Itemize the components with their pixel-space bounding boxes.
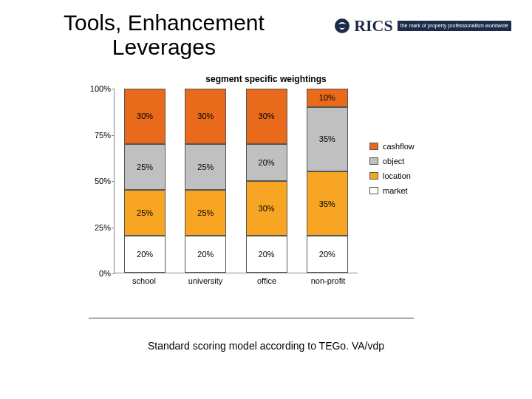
- logo-text: RICS: [333, 16, 393, 35]
- svg-point-0: [335, 18, 349, 33]
- swatch-object: [369, 157, 378, 165]
- bar-school: 30% 25% 25% 20%: [124, 89, 166, 273]
- logo-tagline: the mark of property professionalism wor…: [398, 21, 511, 31]
- legend-label: market: [383, 186, 408, 195]
- y-tick-100: 100%: [77, 84, 111, 93]
- swatch-cashflow: [369, 143, 378, 150]
- chart-body: 100% 75% 50% 25% 0% 30% 25% 25% 20% 30% …: [74, 89, 458, 296]
- seg-location: 25%: [124, 190, 166, 236]
- divider: [89, 318, 414, 318]
- seg-cashflow: 30%: [124, 89, 166, 144]
- caption: Standard scoring model according to TEGo…: [0, 340, 532, 352]
- y-tick-25: 25%: [77, 223, 111, 232]
- seg-location: 35%: [307, 171, 348, 236]
- bar-nonprofit: 10% 35% 35% 20%: [307, 89, 348, 273]
- seg-object: 25%: [185, 144, 226, 190]
- swatch-location: [369, 172, 378, 180]
- lion-icon: [333, 17, 351, 35]
- seg-location: 30%: [246, 181, 287, 236]
- seg-market: 20%: [185, 236, 226, 273]
- slide-title-line1: Tools, Enhancement: [64, 10, 265, 35]
- bars-container: 30% 25% 25% 20% 30% 25% 25% 20% 30% 20% …: [115, 89, 358, 273]
- legend-market: market: [369, 186, 415, 195]
- legend-cashflow: cashflow: [369, 142, 415, 151]
- rics-logo: RICS the mark of property professionalis…: [333, 16, 511, 35]
- plot-area: 30% 25% 25% 20% 30% 25% 25% 20% 30% 20% …: [114, 89, 358, 273]
- seg-object: 35%: [307, 107, 348, 171]
- x-label-office: office: [241, 276, 293, 285]
- legend-label: object: [383, 157, 404, 166]
- slide-title-line2: Leverages: [112, 35, 216, 59]
- seg-object: 25%: [124, 144, 166, 190]
- legend-label: cashflow: [383, 142, 415, 151]
- chart: segment specific weightings 100% 75% 50%…: [74, 74, 458, 318]
- legend-label: location: [383, 171, 411, 180]
- bar-office: 30% 20% 30% 20%: [246, 89, 287, 273]
- x-label-nonprofit: non-profit: [302, 276, 354, 285]
- seg-market: 20%: [246, 236, 287, 273]
- y-tick-50: 50%: [77, 177, 111, 185]
- seg-cashflow: 30%: [246, 89, 287, 144]
- legend-object: object: [369, 157, 415, 166]
- legend-location: location: [369, 171, 415, 180]
- seg-object: 20%: [246, 144, 287, 181]
- seg-cashflow: 10%: [307, 89, 348, 107]
- tick-mark: [112, 273, 115, 274]
- seg-location: 25%: [185, 190, 226, 236]
- swatch-market: [369, 187, 378, 194]
- slide-title: Tools, Enhancement Leverages: [64, 10, 265, 59]
- legend: cashflow object location market: [369, 136, 415, 201]
- chart-title: segment specific weightings: [74, 74, 458, 84]
- seg-cashflow: 30%: [185, 89, 226, 144]
- seg-market: 20%: [124, 236, 166, 273]
- bar-university: 30% 25% 25% 20%: [185, 89, 226, 273]
- x-label-university: university: [180, 276, 231, 285]
- logo-text-label: RICS: [354, 16, 393, 35]
- y-tick-0: 0%: [77, 269, 111, 278]
- x-label-school: school: [118, 276, 170, 285]
- seg-market: 20%: [307, 236, 348, 273]
- y-tick-75: 75%: [77, 131, 111, 140]
